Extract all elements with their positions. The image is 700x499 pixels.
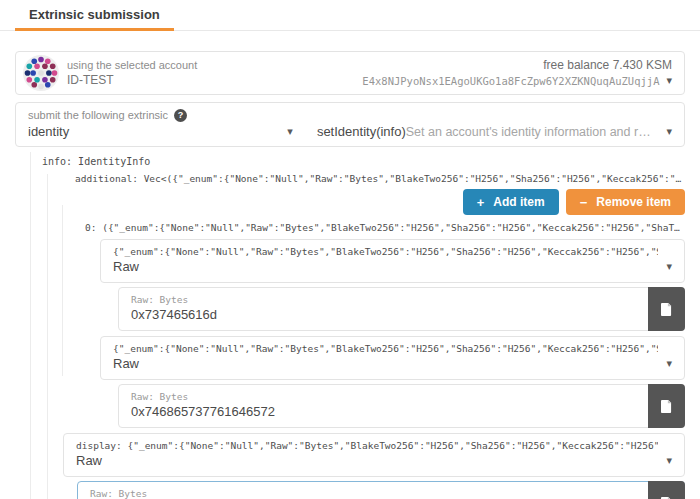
section-dropdown[interactable]: identity ▾ [28, 124, 293, 139]
enum-dropdown-additional-0-value[interactable]: {"_enum":{"None":"Null","Raw":"Bytes","B… [100, 336, 685, 380]
remove-item-button[interactable]: − Remove item [566, 189, 685, 215]
account-identicon [23, 55, 59, 91]
enum-dropdown-value: Raw [113, 355, 658, 373]
account-selector-label: using the selected account [67, 58, 197, 72]
file-upload-button[interactable] [648, 384, 685, 428]
enum-dropdown-value: Raw [76, 452, 658, 470]
tab-bar: Extrinsic submission [0, 0, 700, 31]
account-name: ID-TEST [67, 72, 197, 88]
bytes-input-value[interactable]: 0x746865737761646572 [131, 403, 634, 421]
enum-type-label: display: {"_enum":{"None":"Null","Raw":"… [76, 439, 658, 452]
param-info-label: info: IdentityInfo [42, 155, 685, 168]
file-upload-button[interactable] [648, 287, 685, 331]
file-icon [661, 303, 672, 316]
bytes-input-additional-0-value[interactable]: Raw: Bytes 0x746865737761646572 [118, 384, 685, 428]
bytes-input-label: Raw: Bytes [90, 487, 634, 499]
help-icon[interactable]: ? [174, 109, 187, 122]
bytes-input-value[interactable]: 0x737465616d [131, 306, 634, 324]
nesting-guide-line [62, 205, 63, 376]
file-upload-button[interactable] [648, 481, 685, 499]
params-tree: info: IdentityInfo additional: Vec<({"_e… [15, 155, 685, 499]
param-item0-label: 0: ({"_enum":{"None":"Null","Raw":"Bytes… [85, 221, 685, 234]
tab-extrinsic-submission[interactable]: Extrinsic submission [15, 0, 174, 31]
plus-icon: + [477, 196, 485, 209]
method-name: setIdentity(info) [317, 124, 406, 139]
account-selector[interactable]: using the selected account ID-TEST free … [15, 51, 685, 95]
chevron-down-icon: ▾ [666, 261, 672, 272]
enum-dropdown-display[interactable]: display: {"_enum":{"None":"Null","Raw":"… [63, 433, 685, 477]
nesting-guide-line [30, 152, 31, 499]
free-balance: free balance 7.430 KSM [362, 58, 672, 73]
add-item-button[interactable]: + Add item [463, 189, 559, 215]
enum-type-label: {"_enum":{"None":"Null","Raw":"Bytes","B… [113, 245, 658, 258]
extrinsic-label: submit the following extrinsic [28, 108, 168, 122]
method-description: Set an account's identity information an… [406, 125, 657, 139]
bytes-input-label: Raw: Bytes [131, 293, 634, 306]
extrinsic-selection: submit the following extrinsic ? identit… [15, 102, 685, 147]
minus-icon: − [580, 196, 588, 209]
enum-dropdown-value: Raw [113, 258, 658, 276]
chevron-down-icon[interactable]: ▾ [666, 75, 672, 86]
account-address: E4x8NJPyoNsx1EAgoUKGo1a8FcZpw6Y2XZKNQuqA… [362, 73, 659, 89]
method-dropdown[interactable]: Set an account's identity information an… [406, 125, 672, 139]
bytes-input-additional-0-key[interactable]: Raw: Bytes 0x737465616d [118, 287, 685, 331]
param-additional-label: additional: Vec<({"_enum":{"None":"Null"… [75, 172, 685, 185]
chevron-down-icon: ▾ [287, 126, 293, 137]
chevron-down-icon: ▾ [666, 126, 672, 137]
enum-type-label: {"_enum":{"None":"Null","Raw":"Bytes","B… [113, 342, 658, 355]
bytes-input-label: Raw: Bytes [131, 390, 634, 403]
enum-dropdown-additional-0-key[interactable]: {"_enum":{"None":"Null","Raw":"Bytes","B… [100, 239, 685, 283]
chevron-down-icon: ▾ [666, 358, 672, 369]
file-icon [661, 400, 672, 413]
chevron-down-icon: ▾ [666, 455, 672, 466]
bytes-input-display[interactable]: Raw: Bytes 0x69642d74657374 [77, 481, 685, 499]
nesting-guide-line [47, 174, 48, 499]
section-dropdown-value: identity [28, 124, 69, 139]
